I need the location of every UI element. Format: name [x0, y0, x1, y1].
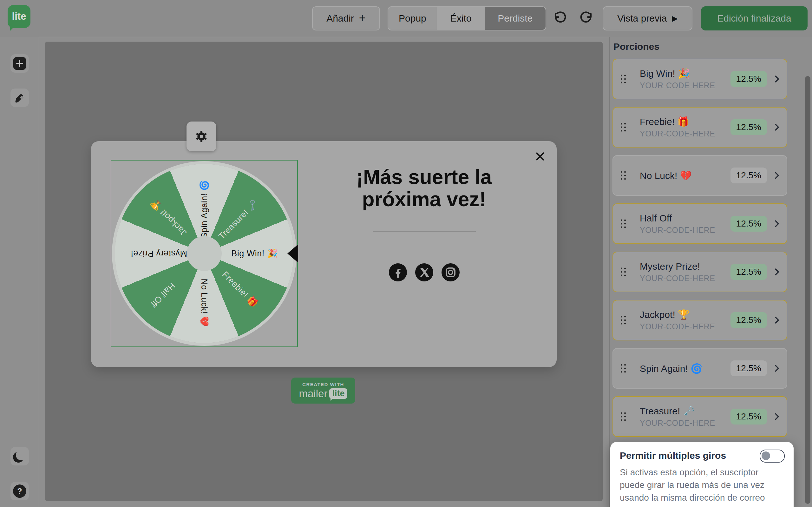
- multiple-spins-toggle[interactable]: [760, 450, 785, 463]
- segment-card-big-win[interactable]: Big Win! 🎉 YOUR-CODE-HERE 12.5%: [613, 59, 787, 99]
- segment-label: No Luck! 💔: [640, 170, 692, 181]
- preview-button-label: Vista previa: [617, 13, 667, 24]
- drag-handle-icon[interactable]: [621, 75, 626, 83]
- chevron-right-icon[interactable]: [772, 363, 782, 373]
- chevron-right-icon[interactable]: [772, 122, 782, 132]
- logo-text: lite: [12, 11, 26, 22]
- tab-exito[interactable]: Éxito: [437, 7, 485, 30]
- panel-scrollbar[interactable]: [805, 76, 810, 504]
- segment-card-half-off[interactable]: Half Off YOUR-CODE-HERE 12.5%: [613, 204, 787, 244]
- probability-badge: 12.5%: [731, 360, 767, 376]
- probability-badge: 12.5%: [731, 409, 767, 425]
- topbar: lite Añadir + Popup Éxito Perdiste: [0, 0, 812, 37]
- drag-handle-icon[interactable]: [621, 412, 626, 421]
- chevron-right-icon[interactable]: [772, 412, 782, 421]
- segment-label: Spin Again! 🌀: [640, 363, 702, 374]
- probability-badge: 12.5%: [731, 168, 767, 183]
- tab-perdiste-active[interactable]: Perdiste: [485, 7, 546, 30]
- brand-name: mailer: [299, 388, 328, 400]
- plus-icon: +: [359, 11, 366, 25]
- add-button-label: Añadir: [326, 13, 354, 24]
- segment-card-treasure[interactable]: Treasure! 🗝️ YOUR-CODE-HERE 12.5%: [613, 396, 787, 437]
- probability-badge: 12.5%: [731, 216, 767, 232]
- probability-badge: 12.5%: [731, 71, 767, 87]
- x-icon[interactable]: [415, 263, 433, 281]
- help-button[interactable]: ?: [10, 482, 29, 500]
- design-styles-button[interactable]: [10, 89, 29, 107]
- segment-code: YOUR-CODE-HERE: [640, 274, 715, 283]
- drag-handle-icon[interactable]: [621, 268, 626, 276]
- drag-handle-icon[interactable]: [621, 220, 626, 228]
- tab-exito-label: Éxito: [450, 13, 472, 24]
- segment-code: YOUR-CODE-HERE: [640, 81, 715, 90]
- segment-card-freebie[interactable]: Freebie! 🎁 YOUR-CODE-HERE 12.5%: [613, 107, 787, 148]
- segment-code: YOUR-CODE-HERE: [640, 322, 715, 331]
- tab-popup[interactable]: Popup: [388, 7, 437, 30]
- drag-handle-icon[interactable]: [621, 316, 626, 325]
- wheel-settings-button[interactable]: [187, 121, 216, 151]
- fortune-wheel[interactable]: Spin Again! 🌀 Treasure! 🗝️ Big Win! 🎉 Fr…: [115, 164, 294, 343]
- probability-badge: 12.5%: [731, 119, 767, 135]
- popup-title[interactable]: ¡Más suerte la próxima vez!: [323, 166, 525, 210]
- chevron-right-icon[interactable]: [772, 267, 782, 277]
- divider: [373, 231, 476, 232]
- brand-bubble: lite: [329, 388, 347, 399]
- left-toolbar: ?: [0, 37, 39, 507]
- chevron-right-icon[interactable]: [772, 74, 782, 84]
- segment-label: Jackpot! 🏆: [640, 309, 715, 320]
- segments-panel: Porciones Big Win! 🎉 YOUR-CODE-HERE 12.5…: [609, 37, 812, 507]
- segment-code: YOUR-CODE-HERE: [640, 129, 715, 138]
- drag-handle-icon[interactable]: [621, 123, 626, 132]
- created-with-badge: CREATED WITH mailer lite: [291, 378, 355, 404]
- segment-card-spin-again[interactable]: Spin Again! 🌀 12.5%: [613, 348, 787, 389]
- segment-label: Treasure! 🗝️: [640, 405, 715, 416]
- segment-code: YOUR-CODE-HERE: [640, 418, 715, 428]
- probability-badge: 12.5%: [731, 312, 767, 328]
- dark-mode-moon-icon: [16, 450, 27, 460]
- segment-code: YOUR-CODE-HERE: [640, 226, 715, 235]
- popup-editor-window: lite Añadir + Popup Éxito Perdiste: [0, 0, 812, 507]
- instagram-icon[interactable]: [442, 263, 459, 281]
- drag-handle-icon[interactable]: [621, 364, 626, 373]
- created-with-label: CREATED WITH: [302, 382, 344, 387]
- segment-card-mystery-prize[interactable]: Mystery Prize! YOUR-CODE-HERE 12.5%: [613, 251, 787, 292]
- segment-card-no-luck[interactable]: No Luck! 💔 12.5%: [613, 155, 787, 196]
- facebook-icon[interactable]: [389, 263, 407, 281]
- add-button[interactable]: Añadir +: [312, 6, 380, 31]
- tab-perdiste-label: Perdiste: [498, 13, 533, 24]
- chevron-right-icon[interactable]: [772, 316, 782, 325]
- add-block-button[interactable]: [10, 54, 29, 73]
- chevron-right-icon[interactable]: [772, 171, 782, 180]
- finish-editing-label: Edición finalizada: [717, 13, 791, 24]
- probability-badge: 12.5%: [731, 264, 767, 280]
- chevron-right-icon[interactable]: [772, 219, 782, 228]
- wheel-face[interactable]: Spin Again! 🌀 Treasure! 🗝️ Big Win! 🎉 Fr…: [115, 164, 294, 343]
- gear-icon: [194, 129, 209, 144]
- finish-editing-button[interactable]: Edición finalizada: [701, 6, 808, 31]
- social-links: [307, 263, 542, 281]
- multiple-spins-popover: Permitir múltiples giros Si activas esta…: [610, 442, 794, 507]
- design-styles-icon: [13, 92, 26, 104]
- toggle-knob: [762, 451, 770, 460]
- segment-card-jackpot[interactable]: Jackpot! 🏆 YOUR-CODE-HERE 12.5%: [613, 300, 787, 340]
- segment-label: Freebie! 🎁: [640, 116, 715, 127]
- preview-button[interactable]: Vista previa ▶: [603, 6, 692, 31]
- help-icon: ?: [13, 485, 26, 498]
- redo-icon[interactable]: [578, 11, 594, 26]
- wheel-selection-box: Spin Again! 🌀 Treasure! 🗝️ Big Win! 🎉 Fr…: [111, 160, 298, 347]
- drag-handle-icon[interactable]: [621, 171, 626, 180]
- tab-popup-label: Popup: [399, 13, 426, 24]
- wheel-hub: [187, 236, 222, 271]
- popover-description: Si activas esta opción, el suscriptor pu…: [620, 466, 775, 507]
- segment-label: Big Win! 🎉: [640, 68, 715, 79]
- mailerlite-logo[interactable]: lite: [8, 5, 30, 28]
- popup-preview: Spin Again! 🌀 Treasure! 🗝️ Big Win! 🎉 Fr…: [91, 141, 557, 367]
- segment-label: Half Off: [640, 213, 715, 224]
- popup-message-column: ¡Más suerte la próxima vez!: [307, 141, 542, 367]
- dark-mode-button[interactable]: [10, 447, 29, 465]
- wheel-pointer-icon: [288, 244, 298, 263]
- add-block-icon: [13, 57, 26, 70]
- panel-title: Porciones: [614, 41, 660, 52]
- undo-icon[interactable]: [553, 11, 568, 26]
- segment-label: Mystery Prize!: [640, 261, 715, 272]
